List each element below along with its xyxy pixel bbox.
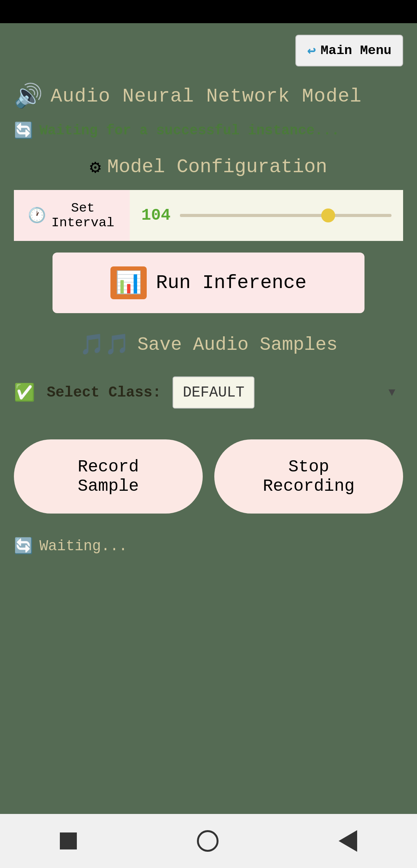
nav-back-button[interactable]: [339, 830, 357, 852]
action-buttons: Record Sample Stop Recording: [14, 439, 403, 514]
gear-icon: ⚙️: [90, 156, 101, 178]
app-title-row: 🔊 Audio Neural Network Model: [14, 82, 403, 110]
slider-thumb[interactable]: [321, 209, 335, 222]
run-inference-label: Run Inference: [156, 272, 307, 294]
status-line: 🔄 Waiting for a successful instance...: [14, 121, 403, 140]
model-config-section: ⚙️ Model Configuration: [14, 156, 403, 178]
chart-icon: 📊: [110, 266, 147, 299]
main-menu-icon: ↩: [307, 42, 316, 59]
interval-row: 🕐 SetInterval 104: [14, 190, 403, 241]
nav-stop-icon: [60, 832, 77, 849]
bottom-status: 🔄 Waiting...: [14, 537, 403, 556]
nav-back-icon: [339, 830, 357, 852]
select-arrow-icon: ▼: [388, 386, 395, 399]
select-class-label: Select Class:: [47, 384, 161, 401]
select-class-row: ✅ Select Class: DEFAULT CLASS_A CLASS_B …: [14, 376, 403, 409]
app-title: Audio Neural Network Model: [51, 85, 362, 107]
status-text: Waiting for a successful instance...: [39, 123, 340, 139]
slider-fill: [180, 214, 328, 217]
check-icon: ✅: [14, 382, 35, 403]
bottom-refresh-icon: 🔄: [14, 537, 33, 556]
slider-value: 104: [141, 206, 172, 225]
record-sample-button[interactable]: Record Sample: [14, 439, 203, 514]
class-select-wrapper: DEFAULT CLASS_A CLASS_B ▼: [173, 376, 403, 409]
slider-track[interactable]: [180, 214, 392, 217]
class-select[interactable]: DEFAULT CLASS_A CLASS_B: [173, 376, 254, 409]
set-interval-label: SetInterval: [51, 201, 114, 230]
stop-recording-button[interactable]: Stop Recording: [214, 439, 403, 514]
model-config-title: Model Configuration: [107, 156, 327, 178]
main-menu-button[interactable]: ↩ Main Menu: [295, 35, 403, 66]
bottom-waiting-text: Waiting...: [39, 538, 127, 554]
nav-stop-button[interactable]: [60, 832, 77, 849]
set-interval-button[interactable]: 🕐 SetInterval: [14, 190, 130, 241]
clock-icon: 🕐: [28, 207, 46, 224]
refresh-icon: 🔄: [14, 121, 33, 140]
interval-slider-container: 104: [130, 190, 403, 241]
main-content: ↩ Main Menu 🔊 Audio Neural Network Model…: [0, 23, 417, 814]
nav-home-button[interactable]: [197, 830, 219, 852]
run-inference-button[interactable]: 📊 Run Inference: [53, 253, 364, 313]
nav-bar: [0, 814, 417, 868]
status-bar: [0, 0, 417, 23]
save-audio-label: Save Audio Samples: [137, 334, 337, 355]
main-menu-label: Main Menu: [320, 43, 392, 58]
save-audio-section: 🎵🎵 Save Audio Samples: [14, 332, 403, 357]
speaker-icon: 🔊: [14, 82, 43, 110]
music-icon: 🎵🎵: [80, 332, 130, 357]
nav-home-icon: [197, 830, 219, 852]
top-bar: ↩ Main Menu: [14, 35, 403, 66]
